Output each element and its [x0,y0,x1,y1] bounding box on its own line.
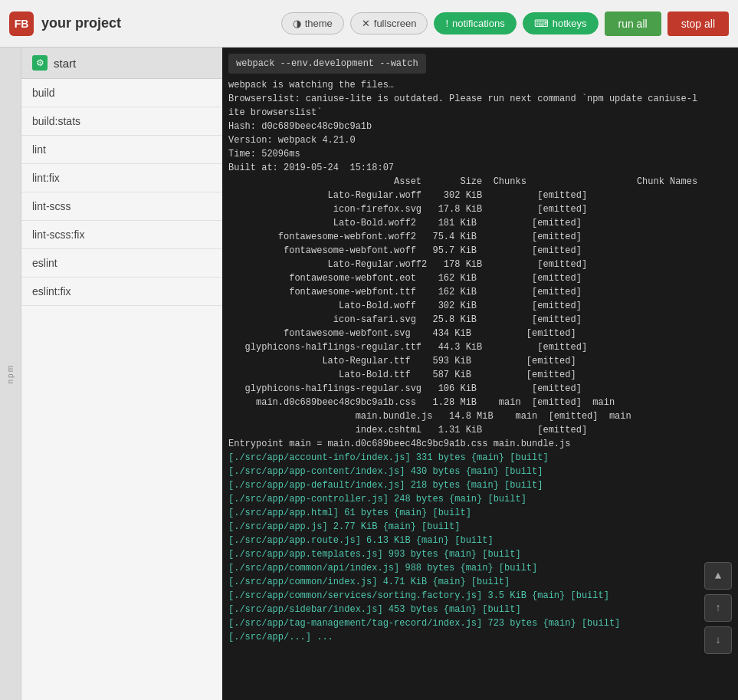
theme-button[interactable]: ◑ theme [281,12,344,35]
terminal-line: [./src/app/app.templates.js] 993 bytes {… [228,547,732,561]
lintscss-label: lint-scss [32,200,71,212]
terminal-line: Built at: 2019-05-24 15:18:07 [228,161,732,175]
terminal-line: Lato-Bold.woff 302 KiB [emitted] [228,299,732,313]
terminal-line: main.d0c689beec48c9bc9a1b.css 1.28 MiB m… [228,396,732,409]
terminal-line: Entrypoint main = main.d0c689beec48c9bc9… [228,437,732,451]
terminal-line: [./src/app/sidebar/index.js] 453 bytes {… [228,603,732,616]
terminal-line: [./src/app/app.route.js] 6.13 KiB {main}… [228,534,732,547]
bell-icon: ! [445,18,448,29]
terminal-line: fontawesome-webfont.svg 434 KiB [emitted… [228,327,732,340]
project-title: your project [41,15,121,31]
buildstats-label: build:stats [32,115,80,127]
scroll-down-button[interactable]: ↓ [704,626,732,654]
terminal-line: Hash: d0c689beec48c9bc9a1b [228,120,732,133]
lint-label: lint [32,143,46,156]
header: FB your project ◑ theme ✕ fullscreen ! n… [0,0,738,48]
fullscreen-button[interactable]: ✕ fullscreen [350,12,428,35]
terminal-line: fontawesome-webfont.eot 162 KiB [emitted… [228,271,732,285]
script-list: build W build:stats E lint R lint:fix T … [21,79,243,700]
sidebar-item-eslintfix[interactable]: eslint:fix O [21,278,243,306]
sidebar-item-start[interactable]: ⚙ start Q [21,48,243,79]
terminal-line: fontawesome-webfont.woff 95.7 KiB [emitt… [228,244,732,258]
terminal-line: ite browserslist` [228,106,732,120]
terminal-command-bar: webpack --env.development --watch [228,54,732,78]
terminal-line: [./src/app/app.js] 2.77 KiB {main} [buil… [228,520,732,534]
logo: FB [9,12,34,36]
terminal-line: [./src/app/app-default/index.js] 218 byt… [228,478,732,492]
sidebar-item-buildstats[interactable]: build:stats E [21,107,243,136]
gear-icon: ⚙ [32,55,48,71]
terminal-line: index.cshtml 1.31 KiB [emitted] [228,423,732,437]
terminal-line: [./src/app/app-controller.js] 248 bytes … [228,492,732,506]
terminal-line: Asset Size Chunks Chunk Names [228,175,732,189]
terminal-lines: webpack is watching the files…Browsersli… [228,78,732,644]
npm-label: npm [6,364,15,383]
terminal-line: [./src/app/common/index.js] 4.71 KiB {ma… [228,575,732,589]
terminal-line: fontawesome-webfont.woff2 75.4 KiB [emit… [228,230,732,244]
theme-icon: ◑ [293,18,301,29]
terminal-line: glyphicons-halflings-regular.svg 106 KiB… [228,382,732,396]
eslint-label: eslint [32,257,57,269]
stop-all-button[interactable]: stop all [667,12,729,36]
terminal-line: Lato-Regular.woff2 178 KiB [emitted] [228,258,732,271]
sidebar-item-lintscssfix[interactable]: lint-scss:fix U [21,221,243,249]
terminal-line: Version: webpack 4.21.0 [228,133,732,147]
lintfix-label: lint:fix [32,172,60,184]
terminal-scroll-buttons: ▲ ↑ ↓ [704,562,732,654]
terminal-line: fontawesome-webfont.ttf 162 KiB [emitted… [228,285,732,299]
terminal-line: [./src/app/common/services/sorting.facto… [228,589,732,603]
header-buttons: ◑ theme ✕ fullscreen ! notifications ⌨ h… [281,12,729,36]
start-label: start [54,57,76,70]
sidebar-wrapper: npm ⚙ start Q build W build:stats E [0,48,222,700]
eslintfix-label: eslint:fix [32,285,71,297]
run-all-button[interactable]: run all [605,12,661,36]
notifications-button[interactable]: ! notifications [434,12,516,35]
hotkeys-button[interactable]: ⌨ hotkeys [523,12,599,35]
terminal-line: [./src/app/tag-management/tag-record/ind… [228,616,732,630]
keyboard-icon: ⌨ [534,18,549,29]
sidebar-item-lintscss[interactable]: lint-scss Y [21,192,243,221]
sidebar-item-eslint[interactable]: eslint I [21,249,243,278]
terminal-line: [./src/app/common/api/index.js] 988 byte… [228,561,732,575]
terminal-line: Browserslist: caniuse-lite is outdated. … [228,92,732,106]
terminal-line: Lato-Bold.ttf 587 KiB [emitted] [228,368,732,382]
npm-label-container: npm [0,48,21,700]
terminal-line: Lato-Bold.woff2 181 KiB [emitted] [228,216,732,230]
terminal-line: Time: 52096ms [228,147,732,161]
sidebar-item-lintfix[interactable]: lint:fix T [21,164,243,192]
lintscssfix-label: lint-scss:fix [32,228,84,241]
sidebar-item-lint[interactable]: lint R [21,136,243,164]
terminal-line: icon-firefox.svg 17.8 KiB [emitted] [228,202,732,216]
build-label: build [32,87,55,99]
terminal-line: glyphicons-halflings-regular.ttf 44.3 Ki… [228,340,732,354]
terminal-line: Lato-Regular.ttf 593 KiB [emitted] [228,354,732,368]
scroll-top-button[interactable]: ▲ [704,562,732,590]
terminal-line: [./src/app/app-content/index.js] 430 byt… [228,465,732,478]
scroll-up-button[interactable]: ↑ [704,594,732,622]
fullscreen-icon: ✕ [362,18,370,29]
terminal-line: icon-safari.svg 25.8 KiB [emitted] [228,313,732,327]
main-area: npm ⚙ start Q build W build:stats E [0,48,738,700]
terminal-line: [./src/app/...] ... [228,630,732,644]
sidebar: ⚙ start Q build W build:stats E lint R [21,48,244,700]
sidebar-item-build[interactable]: build W [21,79,243,107]
terminal-line: [./src/app/account-info/index.js] 331 by… [228,451,732,465]
terminal-line: main.bundle.js 14.8 MiB main [emitted] m… [228,409,732,423]
terminal-line: Lato-Regular.woff 302 KiB [emitted] [228,189,732,202]
terminal[interactable]: webpack --env.development --watch webpac… [222,48,738,700]
terminal-line: [./src/app/app.html] 61 bytes {main} [bu… [228,506,732,520]
terminal-line: webpack is watching the files… [228,78,732,92]
